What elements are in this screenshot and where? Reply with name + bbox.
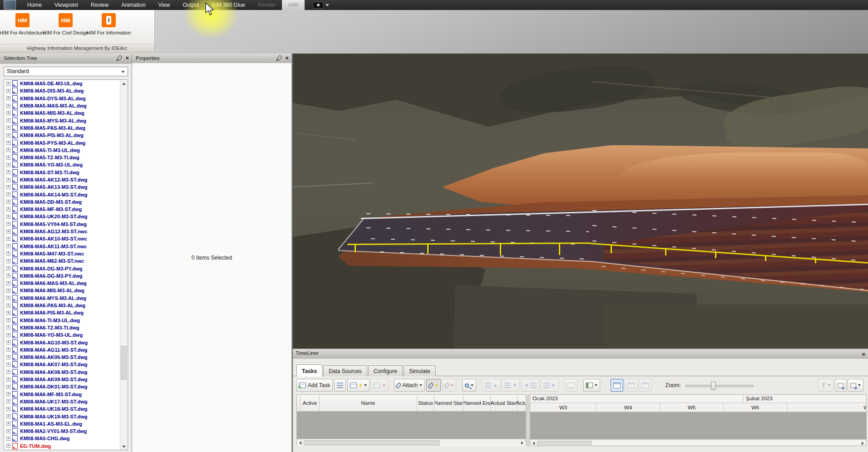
close-icon[interactable]: × [125,55,129,61]
tree-item[interactable]: + KM08-MA6-MIS-M3-AL.dwg [4,287,128,294]
tree-item[interactable]: + KM08-MA5-VY04-M3-ST.dwg [4,221,128,228]
scroll-up-icon[interactable] [120,80,127,87]
menu-item[interactable]: Animation [115,0,152,10]
attach-button[interactable]: Attach [394,379,425,392]
camera-icon[interactable] [313,2,324,9]
selection-tree-header[interactable]: Selection Tree × [0,54,132,64]
expand-icon[interactable]: + [6,422,10,426]
show-actual-gantt-button[interactable] [639,379,651,392]
expand-icon[interactable]: + [6,200,10,204]
tree-item[interactable]: + KM08-MA6-AK08-M3-ST.dwg [4,368,128,376]
ribbon-button[interactable]: HIM HIM For Civil Design [44,12,87,35]
close-icon[interactable]: × [862,350,865,359]
move-down-button[interactable]: ▼ [502,379,520,392]
tree-item[interactable]: + KM08-MA5-AK10-M3-ST.nwc [4,235,128,242]
menu-item[interactable]: Render [252,0,282,10]
timeliner-tab[interactable]: Configure [368,365,403,376]
gantt-hscrollbar[interactable] [530,439,866,446]
expand-icon[interactable]: + [6,111,10,115]
tree-item[interactable]: + KM08-MA6-AK07-M3-ST.dwg [4,361,128,368]
tree-item[interactable]: + KM08-MA5-UK20-M3-ST.dwg [4,213,128,220]
tree-item[interactable]: + KM08-MA5-YO-M3-UL.dwg [4,161,128,168]
tree-item[interactable]: + KM08-MA6-MF-M3-ST.dwg [4,390,128,398]
expand-icon[interactable]: + [6,156,10,160]
timeliner-tab[interactable]: Data Sources [323,365,367,376]
scroll-left-icon[interactable] [530,442,537,445]
delete-task-button[interactable]: × [371,379,388,392]
expand-icon[interactable]: + [6,82,10,86]
expand-icon[interactable]: + [6,325,10,329]
tree-item[interactable]: + KM08-MA5-AG12-M3-ST.nwc [4,228,128,235]
tree-item[interactable]: + KM08-MA6-UK17-M3-ST.dwg [4,398,128,405]
tree-item[interactable]: + KM08-MA6-AG11-M3-ST.dwg [4,346,128,354]
expand-icon[interactable]: + [6,251,10,255]
scrollbar-thumb[interactable] [304,440,440,446]
tree-item[interactable]: + KM08-MA5-TI-M3-UL.dwg [4,147,128,154]
expand-icon[interactable]: + [6,437,10,441]
tree-item[interactable]: + EG-TUM.dwg [4,442,128,450]
tree-item[interactable]: + KM08-MA5-M47-M3-ST.nwc [4,250,128,257]
tree-item[interactable]: + KM08-MA0-CHG.dwg [4,435,128,442]
zoom-slider[interactable] [686,381,753,389]
tree-item[interactable]: + KM08-MA5-TZ-M3-TI.dwg [4,154,128,161]
filter-tasks-button[interactable] [818,379,833,392]
tree-item[interactable]: + KM08-MA5-DD-M3-ST.dwg [4,198,128,206]
expand-icon[interactable]: + [6,89,10,93]
expand-icon[interactable]: + [6,118,10,123]
tree-item[interactable]: + KM08-MA6-TZ-M3-TI.dwg [4,324,128,331]
expand-icon[interactable]: + [6,230,10,234]
scroll-right-icon[interactable] [859,442,866,445]
timeliner-header[interactable]: TimeLiner × [293,349,868,359]
expand-icon[interactable]: + [6,170,10,174]
expand-icon[interactable]: + [6,222,10,226]
tree-item[interactable]: + KM08-MA5-MYS-M3-AL.dwg [4,117,128,124]
tree-item[interactable]: + KM08-MA5-MF-M3-ST.dwg [4,206,128,213]
tree-item[interactable]: + KM08-MA5-AK14-M3-ST.dwg [4,191,128,198]
menu-item[interactable]: Home [21,0,48,10]
scroll-left-icon[interactable] [297,441,304,445]
find-items-button[interactable] [462,379,476,392]
expand-icon[interactable]: + [6,289,10,293]
tree-mode-select[interactable]: Standard [4,67,128,76]
expand-icon[interactable]: + [6,185,10,189]
column-header[interactable] [297,395,301,411]
expand-icon[interactable]: + [6,104,10,108]
timeliner-tab[interactable]: Simulate [404,365,436,376]
scroll-down-icon[interactable] [120,443,127,450]
tree-item[interactable]: + KM08-MA5-MIS-M3-AL.dwg [4,109,128,117]
grid-gantt-splitter[interactable] [526,394,530,446]
move-up-button[interactable]: ▲ [482,379,500,392]
tree-item[interactable]: + KM08-MA5-DG-M3-PY.dwg [4,265,128,272]
expand-icon[interactable]: + [6,399,10,403]
expand-icon[interactable]: + [6,363,10,367]
expand-icon[interactable]: + [6,141,10,145]
expand-icon[interactable]: + [6,133,10,138]
export-schedule-button[interactable] [835,379,846,392]
tree-item[interactable]: + KM08-MA6-MYS-M3-AL.dwg [4,295,128,302]
auto-add-tasks-button[interactable] [347,379,370,392]
outdent-button[interactable]: ◄ [521,379,539,392]
expand-icon[interactable]: + [6,355,10,359]
tree-item[interactable]: + KM08-MA6-MAS-M3-AL.dwg [4,280,128,287]
tree-item[interactable]: + KM08-MA2-VY01-M3-ST.dwg [4,427,128,435]
gantt-body[interactable] [530,412,866,439]
tree-item[interactable]: + KM08-MA6-UK18-M3-ST.dwg [4,405,128,413]
column-header[interactable]: Active [301,395,320,411]
menu-item[interactable]: View [152,0,177,10]
scroll-right-icon[interactable] [519,441,526,445]
expand-icon[interactable]: + [6,348,10,352]
add-comment-button[interactable] [565,379,577,392]
scrollbar-thumb[interactable] [537,441,592,446]
close-icon[interactable]: × [285,55,289,61]
auto-attach-rules-button[interactable] [426,379,441,392]
tree-item[interactable]: + KM08-MA1-AS-M3-EL.dwg [4,420,128,427]
tree-item[interactable]: + KM08-MA5-ST-M3-TI.dwg [4,169,128,176]
chevron-down-icon[interactable] [326,4,329,6]
tree-item[interactable]: + KM08-MA6-PAS-M3-AL.dwg [4,302,128,309]
expand-icon[interactable]: + [6,207,10,211]
expand-icon[interactable]: + [6,274,10,278]
tree-item[interactable]: + KM08-MA5-PIS-M3-AL.dwg [4,132,128,139]
indent-button[interactable]: ► [541,379,559,392]
show-planned-gantt-button[interactable] [625,379,637,392]
pin-icon[interactable] [117,55,123,61]
